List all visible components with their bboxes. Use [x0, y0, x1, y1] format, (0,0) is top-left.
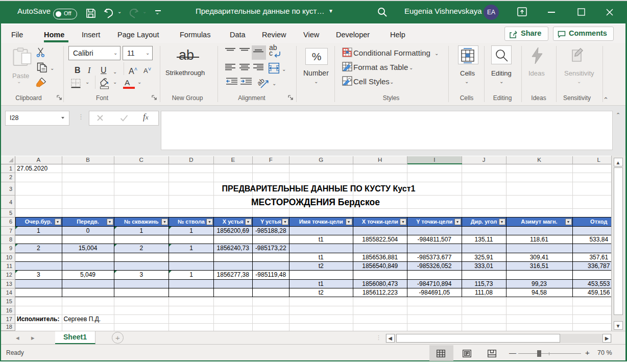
- svg-text:ab: ab: [258, 77, 266, 87]
